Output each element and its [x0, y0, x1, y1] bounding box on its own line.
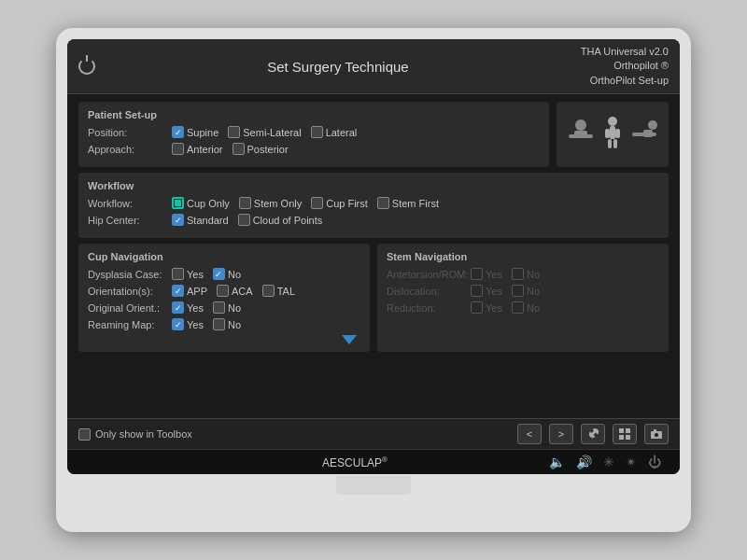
original-no-cb[interactable]	[213, 301, 225, 314]
approach-label: Approach:	[88, 144, 172, 155]
svg-rect-18	[654, 429, 656, 431]
position-supine[interactable]: Supine	[172, 126, 218, 138]
hip-cloud[interactable]: Cloud of Points	[238, 214, 323, 226]
orient-aca-cb[interactable]	[217, 285, 229, 297]
orient-app-label: APP	[187, 286, 207, 297]
reaming-yes[interactable]: Yes	[172, 318, 204, 330]
volume-up-icon[interactable]: 🔊	[576, 455, 592, 469]
workflow-cup-first-label: Cup First	[326, 198, 368, 209]
original-no[interactable]: No	[213, 301, 241, 314]
workflow-stem-first-cb[interactable]	[377, 197, 389, 209]
approach-row: Approach: Anterior Posterior	[88, 143, 540, 155]
dislocation-options: Yes No	[471, 285, 540, 297]
brand-bar: AESCULAP® 🔈 🔊 ✳ ✴ ⏻	[67, 449, 680, 474]
antetorsion-yes-cb	[471, 268, 483, 280]
reaming-no-cb[interactable]	[213, 318, 225, 330]
approach-anterior[interactable]: Anterior	[172, 143, 223, 155]
reaming-yes-cb[interactable]	[172, 318, 184, 330]
reaming-no[interactable]: No	[213, 318, 241, 330]
brand-name: AESCULAP®	[322, 455, 388, 469]
original-yes[interactable]: Yes	[172, 301, 204, 314]
orient-aca[interactable]: ACA	[217, 285, 253, 297]
original-yes-label: Yes	[187, 302, 204, 314]
hip-center-options: Standard Cloud of Points	[172, 214, 322, 226]
nav-next-button[interactable]: >	[549, 424, 573, 444]
approach-anterior-label: Anterior	[187, 144, 223, 155]
position-semi-lateral[interactable]: Semi-Lateral	[228, 126, 301, 138]
grid-button[interactable]	[613, 424, 637, 444]
hip-cloud-cb[interactable]	[238, 214, 250, 226]
footer-controls: < >	[517, 424, 669, 444]
patient-standing-icon	[601, 116, 624, 153]
camera-button[interactable]	[644, 424, 669, 444]
hip-standard-cb[interactable]	[172, 214, 184, 226]
antetorsion-no-cb	[512, 268, 524, 280]
cup-nav-panel: Cup Navigation Dysplasia Case: Yes No	[78, 244, 370, 352]
title-right: THA Universal v2.0 Orthopilot ® OrthoPil…	[581, 45, 669, 88]
stem-nav-panel: Stem Navigation Antetorsion/ROM: Yes No	[377, 244, 669, 352]
svg-rect-4	[610, 126, 615, 139]
original-no-label: No	[228, 302, 241, 314]
patient-icons-panel	[557, 102, 669, 167]
dysplasia-yes-cb[interactable]	[172, 268, 184, 280]
hip-standard[interactable]: Standard	[172, 214, 229, 226]
reaming-yes-label: Yes	[187, 319, 204, 330]
brightness-high-icon[interactable]: ✴	[626, 455, 637, 469]
orient-tal-cb[interactable]	[262, 285, 275, 297]
position-supine-cb[interactable]	[172, 126, 184, 138]
dysplasia-label: Dysplasia Case:	[88, 269, 172, 280]
approach-anterior-cb[interactable]	[172, 143, 184, 155]
workflow-stem-only-cb[interactable]	[239, 197, 251, 209]
power-off-icon[interactable]: ⏻	[648, 455, 661, 469]
stem-nav-label: Stem Navigation	[387, 251, 659, 262]
position-lateral[interactable]: Lateral	[311, 126, 358, 138]
reaming-no-label: No	[228, 319, 241, 330]
brightness-icon[interactable]: ✳	[603, 455, 614, 469]
svg-rect-14	[619, 435, 624, 440]
orient-app[interactable]: APP	[172, 285, 207, 297]
hip-cloud-label: Cloud of Points	[253, 215, 323, 226]
antetorsion-yes-label: Yes	[486, 269, 502, 280]
svg-rect-11	[643, 130, 653, 137]
workflow-options: Cup Only Stem Only Cup First	[172, 197, 439, 209]
dysplasia-yes-label: Yes	[187, 269, 204, 280]
original-yes-cb[interactable]	[172, 301, 184, 314]
workflow-stem-first[interactable]: Stem First	[377, 197, 439, 209]
footer-bar: Only show in Toolbox < >	[67, 418, 680, 449]
svg-rect-15	[626, 435, 630, 440]
patient-setup-row: Patient Set-up Position: Supine Semi-Lat…	[78, 102, 669, 167]
antetorsion-row: Antetorsion/ROM: Yes No	[387, 268, 659, 280]
svg-point-17	[655, 433, 659, 438]
dysplasia-no-cb[interactable]	[213, 268, 225, 280]
dysplasia-yes[interactable]: Yes	[172, 268, 204, 280]
position-semi-lateral-cb[interactable]	[228, 126, 240, 138]
toolbox-checkbox[interactable]	[78, 428, 91, 441]
orient-tal[interactable]: TAL	[262, 285, 295, 297]
power-icon[interactable]	[78, 58, 95, 75]
nav-prev-button[interactable]: <	[517, 424, 542, 444]
volume-down-icon[interactable]: 🔈	[549, 455, 565, 469]
approach-posterior-cb[interactable]	[233, 143, 245, 155]
reduction-label: Reduction:	[387, 302, 471, 314]
workflow-cup-first-cb[interactable]	[311, 197, 323, 209]
main-content: Patient Set-up Position: Supine Semi-Lat…	[67, 94, 680, 418]
wrench-button[interactable]	[581, 424, 605, 444]
workflow-cup-first[interactable]: Cup First	[311, 197, 368, 209]
position-row: Position: Supine Semi-Lateral	[88, 126, 540, 138]
approach-posterior[interactable]: Posterior	[233, 143, 289, 155]
scroll-down-arrow	[342, 335, 357, 344]
dysplasia-no[interactable]: No	[213, 268, 241, 280]
dysplasia-no-label: No	[228, 269, 241, 280]
workflow-stem-only[interactable]: Stem Only	[239, 197, 302, 209]
page-title: Set Surgery Technique	[267, 59, 409, 75]
position-lateral-cb[interactable]	[311, 126, 323, 138]
reduction-no-cb	[512, 301, 524, 314]
workflow-cup-only-cb[interactable]	[172, 197, 184, 209]
workflow-cup-only-indicator	[175, 200, 181, 206]
position-options: Supine Semi-Lateral Lateral	[172, 126, 357, 138]
dysplasia-options: Yes No	[172, 268, 241, 280]
antetorsion-yes: Yes	[471, 268, 502, 280]
grid-icon	[618, 427, 631, 441]
orient-app-cb[interactable]	[172, 285, 184, 297]
workflow-cup-only[interactable]: Cup Only	[172, 197, 230, 209]
